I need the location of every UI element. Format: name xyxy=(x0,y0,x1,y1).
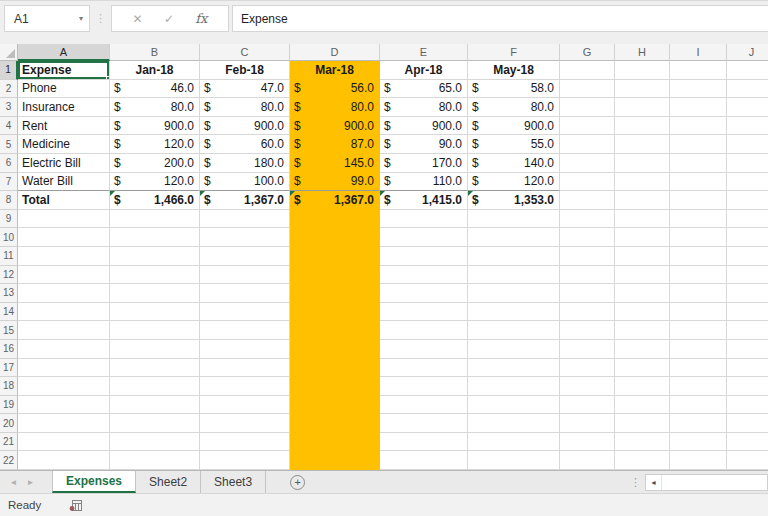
cell-H15[interactable] xyxy=(615,321,670,340)
cell-J2[interactable] xyxy=(727,80,768,99)
cell-I20[interactable] xyxy=(670,414,727,433)
cell-H16[interactable] xyxy=(615,340,670,359)
cell-H1[interactable] xyxy=(615,61,670,80)
cell-A7[interactable]: Water Bill xyxy=(18,173,110,192)
cell-B5[interactable]: $120.0 xyxy=(110,135,200,154)
cell-H7[interactable] xyxy=(615,173,670,192)
row-header-18[interactable]: 18 xyxy=(0,377,18,396)
cell-G2[interactable] xyxy=(560,80,615,99)
cell-D7[interactable]: $99.0 xyxy=(290,173,380,192)
cell-H21[interactable] xyxy=(615,433,670,452)
cell-F7[interactable]: $120.0 xyxy=(468,173,560,192)
row-header-6[interactable]: 6 xyxy=(0,154,18,173)
cell-B1[interactable]: Jan-18 xyxy=(110,61,200,80)
cell-C2[interactable]: $47.0 xyxy=(200,80,290,99)
cell-I17[interactable] xyxy=(670,359,727,378)
cell-I14[interactable] xyxy=(670,303,727,322)
cell-C22[interactable] xyxy=(200,451,290,470)
row-header-4[interactable]: 4 xyxy=(0,117,18,136)
cell-B14[interactable] xyxy=(110,303,200,322)
cell-H19[interactable] xyxy=(615,396,670,415)
cell-J20[interactable] xyxy=(727,414,768,433)
name-box[interactable]: A1 ▾ xyxy=(4,5,90,32)
cell-D12[interactable] xyxy=(290,266,380,285)
cell-F21[interactable] xyxy=(468,433,560,452)
cell-D10[interactable] xyxy=(290,228,380,247)
cell-A6[interactable]: Electric Bill xyxy=(18,154,110,173)
cell-D11[interactable] xyxy=(290,247,380,266)
name-box-dropdown-icon[interactable]: ▾ xyxy=(79,14,83,23)
macro-record-icon[interactable] xyxy=(69,499,83,512)
cell-E4[interactable]: $900.0 xyxy=(380,117,468,136)
cell-C21[interactable] xyxy=(200,433,290,452)
cell-G13[interactable] xyxy=(560,284,615,303)
cell-C18[interactable] xyxy=(200,377,290,396)
cell-C19[interactable] xyxy=(200,396,290,415)
cell-D18[interactable] xyxy=(290,377,380,396)
scroll-left-icon[interactable]: ◄ xyxy=(646,475,662,490)
cell-A17[interactable] xyxy=(18,359,110,378)
cell-F13[interactable] xyxy=(468,284,560,303)
cell-E20[interactable] xyxy=(380,414,468,433)
cell-C17[interactable] xyxy=(200,359,290,378)
cell-F3[interactable]: $80.0 xyxy=(468,98,560,117)
column-header-B[interactable]: B xyxy=(110,44,200,61)
cell-D14[interactable] xyxy=(290,303,380,322)
cell-D17[interactable] xyxy=(290,359,380,378)
cell-B8[interactable]: $1,466.0 xyxy=(110,191,200,210)
scrollbar-resize-dots-icon[interactable]: ⋮ xyxy=(630,476,641,489)
cell-A13[interactable] xyxy=(18,284,110,303)
column-header-D[interactable]: D xyxy=(290,44,380,61)
cell-A8[interactable]: Total xyxy=(18,191,110,210)
cell-F14[interactable] xyxy=(468,303,560,322)
cell-J7[interactable] xyxy=(727,173,768,192)
row-header-8[interactable]: 8 xyxy=(0,191,18,210)
cell-G12[interactable] xyxy=(560,266,615,285)
column-header-C[interactable]: C xyxy=(200,44,290,61)
column-header-F[interactable]: F xyxy=(468,44,560,61)
cell-J9[interactable] xyxy=(727,210,768,229)
cell-I18[interactable] xyxy=(670,377,727,396)
cell-D8[interactable]: $1,367.0 xyxy=(290,191,380,210)
cell-F12[interactable] xyxy=(468,266,560,285)
cell-H5[interactable] xyxy=(615,135,670,154)
row-header-11[interactable]: 11 xyxy=(0,247,18,266)
cell-J4[interactable] xyxy=(727,117,768,136)
cell-E15[interactable] xyxy=(380,321,468,340)
cell-H14[interactable] xyxy=(615,303,670,322)
cell-E16[interactable] xyxy=(380,340,468,359)
cell-D13[interactable] xyxy=(290,284,380,303)
row-header-13[interactable]: 13 xyxy=(0,284,18,303)
row-header-2[interactable]: 2 xyxy=(0,80,18,99)
cell-C1[interactable]: Feb-18 xyxy=(200,61,290,80)
cell-F19[interactable] xyxy=(468,396,560,415)
cell-J3[interactable] xyxy=(727,98,768,117)
cell-J10[interactable] xyxy=(727,228,768,247)
cell-D19[interactable] xyxy=(290,396,380,415)
row-header-19[interactable]: 19 xyxy=(0,396,18,415)
cell-D4[interactable]: $900.0 xyxy=(290,117,380,136)
cell-I12[interactable] xyxy=(670,266,727,285)
cell-C20[interactable] xyxy=(200,414,290,433)
cell-J12[interactable] xyxy=(727,266,768,285)
cell-H13[interactable] xyxy=(615,284,670,303)
row-header-9[interactable]: 9 xyxy=(0,210,18,229)
cell-H4[interactable] xyxy=(615,117,670,136)
cell-F22[interactable] xyxy=(468,451,560,470)
cell-C15[interactable] xyxy=(200,321,290,340)
cell-C11[interactable] xyxy=(200,247,290,266)
cell-I6[interactable] xyxy=(670,154,727,173)
cell-B2[interactable]: $46.0 xyxy=(110,80,200,99)
cell-F1[interactable]: May-18 xyxy=(468,61,560,80)
cell-A18[interactable] xyxy=(18,377,110,396)
row-header-17[interactable]: 17 xyxy=(0,359,18,378)
cell-J17[interactable] xyxy=(727,359,768,378)
cell-A16[interactable] xyxy=(18,340,110,359)
cell-G11[interactable] xyxy=(560,247,615,266)
cell-F18[interactable] xyxy=(468,377,560,396)
cell-B10[interactable] xyxy=(110,228,200,247)
row-header-20[interactable]: 20 xyxy=(0,414,18,433)
cell-B20[interactable] xyxy=(110,414,200,433)
cell-A5[interactable]: Medicine xyxy=(18,135,110,154)
sheet-nav-right-icon[interactable]: ► xyxy=(22,471,39,493)
